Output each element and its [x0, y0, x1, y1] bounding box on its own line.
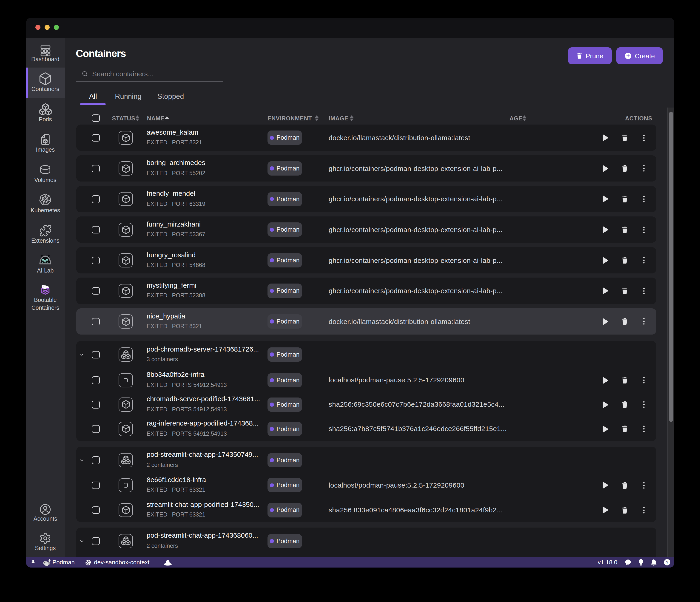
svg-text:?: ? — [666, 560, 668, 565]
